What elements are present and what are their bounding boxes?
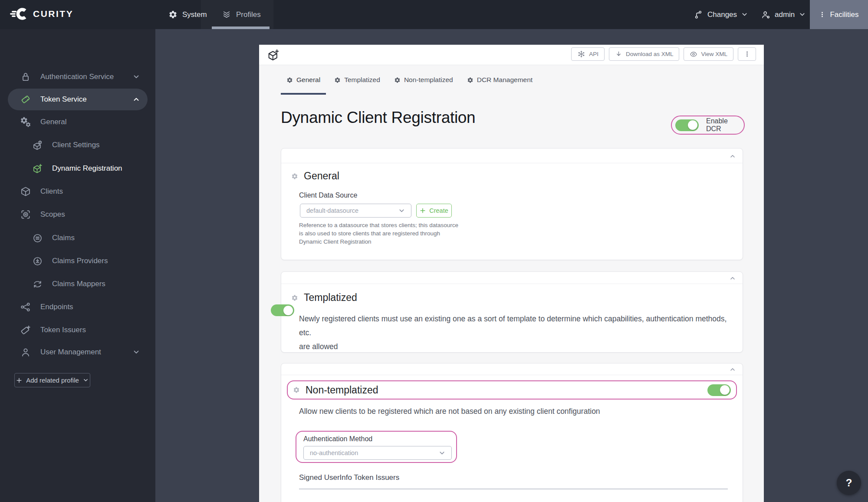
view-xml-label: View XML bbox=[701, 51, 727, 57]
sidebar-item-endpoints[interactable]: Endpoints bbox=[0, 296, 155, 318]
ticket-icon bbox=[20, 94, 31, 105]
sidebar-item-token-service[interactable]: Token Service bbox=[0, 89, 155, 110]
enable-dcr-toggle[interactable] bbox=[675, 119, 699, 131]
api-button-label: API bbox=[589, 51, 598, 57]
brand-logo[interactable]: CURITY bbox=[10, 6, 73, 22]
client-data-source-help: Reference to a datasource that stores cl… bbox=[299, 221, 458, 246]
active-topnav-underline bbox=[212, 26, 270, 29]
create-button-label: Create bbox=[429, 207, 448, 214]
sidebar-item-token-issuers[interactable]: Token Issuers bbox=[0, 319, 155, 341]
facilities-button[interactable]: Facilities bbox=[810, 0, 868, 29]
authentication-method-label: Authentication Method bbox=[303, 435, 372, 443]
circle-download-icon bbox=[32, 256, 43, 267]
section-heading-text: Non-templatized bbox=[306, 384, 378, 396]
sidebar-item-clients[interactable]: Clients bbox=[0, 180, 155, 203]
sidebar-item-claims[interactable]: Claims bbox=[0, 227, 155, 249]
sidebar-item-user-management[interactable]: User Management bbox=[0, 341, 155, 363]
tab-templatized[interactable]: Templatized bbox=[329, 65, 386, 95]
section-heading-text: General bbox=[304, 170, 339, 182]
templatized-section-card: Templatized Newly registered clients mus… bbox=[281, 271, 743, 353]
tab-general[interactable]: General bbox=[281, 65, 326, 95]
topnav-system[interactable]: System bbox=[168, 0, 207, 29]
sidebar-item-general[interactable]: General bbox=[0, 111, 155, 133]
download-as-xml-label: Download as XML bbox=[626, 51, 674, 57]
more-options-button[interactable] bbox=[738, 47, 756, 61]
sidebar-item-label: Endpoints bbox=[40, 303, 73, 311]
arrow-down-icon bbox=[615, 50, 622, 58]
client-data-source-select[interactable]: default-datasource bbox=[300, 204, 411, 218]
templatized-toggle[interactable] bbox=[271, 304, 294, 316]
kebab-icon bbox=[744, 51, 750, 57]
app-screen: CURITY System Profiles Changes admin Fac… bbox=[0, 0, 868, 502]
gear-icon bbox=[291, 173, 298, 180]
non-templatized-section-heading: Non-templatized bbox=[293, 384, 378, 396]
sidebar-item-label: Clients bbox=[40, 187, 63, 196]
sidebar-item-label: Dynamic Registration bbox=[52, 164, 122, 173]
templatized-description: Newly registered clients must use an exi… bbox=[299, 312, 729, 353]
chevron-down-icon bbox=[133, 73, 140, 80]
create-datasource-button[interactable]: Create bbox=[416, 204, 452, 218]
sidebar-item-client-settings[interactable]: Client Settings bbox=[0, 134, 155, 156]
authentication-method-highlight: Authentication Method no-authentication bbox=[296, 431, 457, 463]
changes-menu[interactable]: Changes bbox=[694, 0, 748, 29]
gear-icon bbox=[293, 386, 300, 393]
panel-toolbar: API Download as XML View XML bbox=[571, 47, 756, 61]
ticket-plus-icon bbox=[20, 324, 31, 336]
tab-label: DCR Management bbox=[477, 76, 533, 84]
sidebar-item-claims-mappers[interactable]: Claims Mappers bbox=[0, 273, 155, 295]
section-collapse-bar bbox=[281, 149, 743, 163]
sidebar-item-label: Claims bbox=[52, 234, 75, 242]
sidebar-item-label: Claims Providers bbox=[52, 257, 108, 265]
sidebar-item-claims-providers[interactable]: Claims Providers bbox=[0, 250, 155, 272]
page-title: Dynamic Client Registration bbox=[281, 109, 475, 127]
authentication-method-select[interactable]: no-authentication bbox=[303, 446, 452, 460]
tab-label: Templatized bbox=[344, 76, 380, 84]
sidebar-item-label: Client Settings bbox=[52, 141, 100, 149]
plus-icon bbox=[16, 377, 22, 383]
enable-dcr-highlight: Enable DCR bbox=[671, 116, 745, 135]
scan-icon bbox=[20, 209, 31, 220]
user-menu[interactable]: admin bbox=[761, 0, 806, 29]
topnav-profiles-label: Profiles bbox=[236, 10, 261, 19]
panel-header: API Download as XML View XML bbox=[259, 45, 764, 65]
cube-gear-icon bbox=[32, 140, 43, 151]
non-templatized-toggle[interactable] bbox=[707, 384, 731, 396]
table-header-divider bbox=[299, 489, 728, 489]
non-templatized-description: Allow new clients to be registered which… bbox=[299, 404, 729, 418]
sidebar-item-label: Token Service bbox=[40, 95, 87, 104]
sidebar-item-scopes[interactable]: Scopes bbox=[0, 203, 155, 226]
collapse-chevron-icon[interactable] bbox=[730, 275, 736, 281]
tab-dcr-management[interactable]: DCR Management bbox=[461, 65, 538, 95]
cube-icon bbox=[20, 186, 31, 197]
add-related-profile-button[interactable]: Add related profile bbox=[14, 373, 90, 387]
select-value: no-authentication bbox=[310, 449, 358, 456]
sidebar-item-label: General bbox=[40, 118, 66, 126]
kebab-icon bbox=[819, 11, 825, 18]
chevron-down-icon bbox=[439, 450, 445, 456]
swap-arrows-icon bbox=[32, 279, 43, 290]
download-as-xml-button[interactable]: Download as XML bbox=[609, 47, 680, 61]
api-button[interactable]: API bbox=[571, 47, 605, 61]
general-section-card: General Client Data Source default-datas… bbox=[281, 148, 743, 260]
gear-icon bbox=[291, 294, 298, 301]
general-section-heading: General bbox=[291, 170, 339, 182]
select-value: default-datasource bbox=[306, 207, 358, 214]
topnav-profiles[interactable]: Profiles bbox=[222, 0, 261, 29]
facilities-label: Facilities bbox=[830, 10, 858, 19]
templatized-section-heading: Templatized bbox=[291, 292, 357, 304]
sidebar-item-authentication-service[interactable]: Authentication Service bbox=[0, 66, 155, 88]
chevron-down-icon bbox=[398, 208, 405, 214]
user-label: admin bbox=[775, 10, 795, 19]
chevron-down-icon bbox=[741, 11, 748, 18]
gear-icon bbox=[467, 77, 473, 83]
branch-icon bbox=[694, 10, 703, 20]
collapse-chevron-icon[interactable] bbox=[730, 153, 736, 159]
add-related-profile-label: Add related profile bbox=[26, 376, 79, 384]
gear-icon bbox=[286, 77, 293, 83]
sidebar-item-dynamic-registration[interactable]: Dynamic Registration bbox=[0, 157, 155, 180]
help-button[interactable]: ? bbox=[837, 471, 861, 495]
collapse-chevron-icon[interactable] bbox=[730, 367, 736, 373]
tab-non-templatized[interactable]: Non-templatized bbox=[388, 65, 459, 95]
hub-icon bbox=[577, 50, 585, 58]
view-xml-button[interactable]: View XML bbox=[684, 47, 733, 61]
